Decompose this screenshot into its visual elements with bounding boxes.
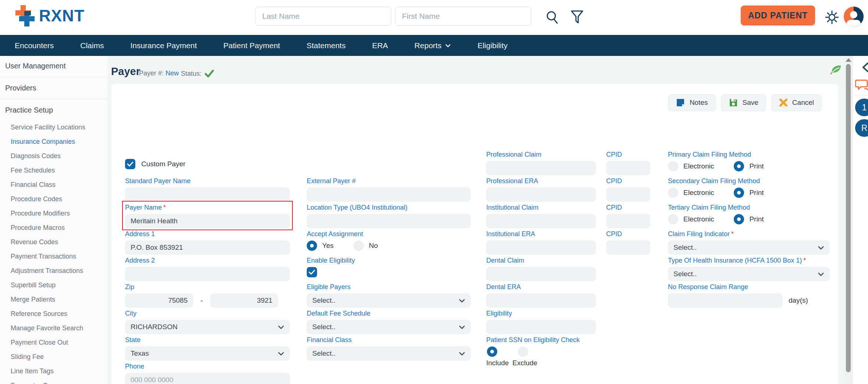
state-select[interactable]: Texas [125,346,290,360]
payer-name-input[interactable] [125,214,290,228]
zip-separator: - [200,296,203,305]
user-avatar[interactable] [843,6,864,27]
right-utility-rail: 1 R [853,56,868,384]
claim-filing-indicator-select[interactable]: Select.. [668,241,830,255]
nav-eligibility[interactable]: Eligibility [477,41,508,50]
sidebar-item-practice-setup[interactable]: Practice Setup [0,100,107,120]
address1-input[interactable] [125,241,290,255]
sidebar-item-payment-close-out[interactable]: Payment Close Out [0,335,107,350]
enable-eligibility-label: Enable Eligibility [307,257,471,264]
accept-assignment-no-radio[interactable] [353,241,364,251]
professional-claim-input[interactable] [486,161,596,175]
secondary-electronic-label: Electronic [683,189,714,197]
nav-patient-payment[interactable]: Patient Payment [223,41,280,50]
institutional-claim-input[interactable] [486,214,596,228]
add-patient-button[interactable]: ADD PATIENT [741,6,815,25]
secondary-electronic-radio[interactable] [668,188,678,198]
sidebar-item-insurance-companies[interactable]: Insurance Companies [0,135,107,149]
payer-number-value[interactable]: New [166,70,179,77]
cancel-button[interactable]: Cancel [771,94,822,111]
scrollbar-thumb[interactable] [846,64,851,372]
nav-insurance-payment[interactable]: Insurance Payment [130,41,197,50]
scroll-up-arrow[interactable] [846,58,851,62]
sidebar-item-procedure-modifiers[interactable]: Procedure Modifiers [0,206,107,221]
days-suffix-label: day(s) [789,296,808,305]
location-type-input[interactable] [307,214,471,228]
sidebar-item-manage-favorite-search[interactable]: Manage Favorite Search [0,321,107,335]
sidebar-item-encounter-groups[interactable]: Encounter Groups [0,378,107,384]
sidebar-item-payment-transactions[interactable]: Payment Transactions [0,249,107,264]
professional-era-input[interactable] [486,188,596,202]
rxnt-logo[interactable]: RXNT [13,4,85,28]
sidebar-item-reference-sources[interactable]: Reference Sources [0,307,107,321]
sidebar-item-fee-schedules[interactable]: Fee Schedules [0,163,107,178]
patient-ssn-include-radio[interactable] [487,346,497,357]
sidebar-item-providers[interactable]: Providers [0,78,107,98]
zip-ext-input[interactable] [210,294,278,307]
claim-filing-indicator-label: Claim Filing Indicator [668,230,730,238]
tertiary-electronic-radio[interactable] [668,214,678,224]
first-name-search-input[interactable] [395,7,531,26]
sidebar-item-procedure-codes[interactable]: Procedure Codes [0,192,107,206]
institutional-era-field: Institutional ERA [486,230,596,257]
search-icon[interactable] [545,10,560,25]
sidebar-item-line-item-tags[interactable]: Line Item Tags [0,364,107,378]
dental-era-input[interactable] [486,294,596,307]
collapse-chevron-left-icon[interactable] [862,63,868,72]
nav-encounters[interactable]: Encounters [15,41,54,50]
payer-number-label: Payer #: [139,70,164,77]
phone-input[interactable] [125,373,290,384]
primary-print-radio[interactable] [734,161,744,171]
default-fee-schedule-select[interactable]: Select.. [307,320,471,334]
notes-button-label: Notes [690,99,708,107]
tertiary-print-radio[interactable] [734,214,744,224]
notes-button[interactable]: Notes [668,94,716,111]
standard-payer-name-input[interactable] [125,188,290,202]
external-payer-input[interactable] [307,188,471,202]
notification-badge-1[interactable]: 1 [855,99,868,116]
settings-gear-icon[interactable] [824,9,840,26]
nav-era[interactable]: ERA [372,41,388,50]
sidebar-item-adjustment-transactions[interactable]: Adjustment Transactions [0,264,107,278]
sidebar-item-merge-patients[interactable]: Merge Patients [0,292,107,307]
patient-ssn-exclude-radio[interactable] [518,346,528,357]
sidebar-item-service-facility-locations[interactable]: Service Facility Locations [0,120,107,135]
notification-badge-r[interactable]: R [855,119,868,137]
cpid-input-4[interactable] [606,241,650,255]
status-check-icon [204,70,214,78]
no-response-claim-range-input[interactable] [668,294,783,307]
secondary-print-radio[interactable] [734,188,744,198]
accept-assignment-yes-radio[interactable] [307,241,317,251]
sidebar-item-financial-class[interactable]: Financial Class [0,178,107,192]
sidebar-item-sliding-fee[interactable]: Sliding Fee [0,350,107,364]
institutional-era-input[interactable] [486,241,596,255]
sidebar-item-procedure-macros[interactable]: Procedure Macros [0,221,107,235]
eligibility-input[interactable] [486,320,596,334]
cpid-input-2[interactable] [606,188,650,202]
sidebar-item-superbill-setup[interactable]: Superbill Setup [0,278,107,292]
cpid-input-1[interactable] [606,161,650,175]
filter-icon[interactable] [570,10,584,25]
sidebar-item-user-management[interactable]: User Management [0,56,107,76]
dental-claim-input[interactable] [486,267,596,281]
financial-class-select[interactable]: Select.. [307,346,471,360]
primary-electronic-radio[interactable] [668,161,678,171]
nav-reports[interactable]: Reports [415,41,451,50]
sidebar-item-revenue-codes[interactable]: Revenue Codes [0,235,107,249]
type-of-health-insurance-select[interactable]: Select.. [668,267,830,281]
sidebar-item-diagnosis-codes[interactable]: Diagnosis Codes [0,149,107,163]
vertical-scrollbar[interactable] [844,56,853,384]
chat-messages-icon[interactable] [855,78,868,92]
zip-input[interactable] [125,294,193,307]
nav-statements[interactable]: Statements [306,41,345,50]
last-name-search-input[interactable] [255,7,391,26]
nav-claims[interactable]: Claims [80,41,104,50]
city-select[interactable]: RICHARDSON [125,320,290,334]
address2-input[interactable] [125,267,290,281]
save-button[interactable]: Save [721,94,766,111]
custom-payer-checkbox[interactable] [125,159,135,169]
chevron-down-icon [278,352,284,356]
enable-eligibility-checkbox[interactable] [307,267,317,277]
eligible-payers-select[interactable]: Select.. [307,294,471,307]
cpid-input-3[interactable] [606,214,650,228]
